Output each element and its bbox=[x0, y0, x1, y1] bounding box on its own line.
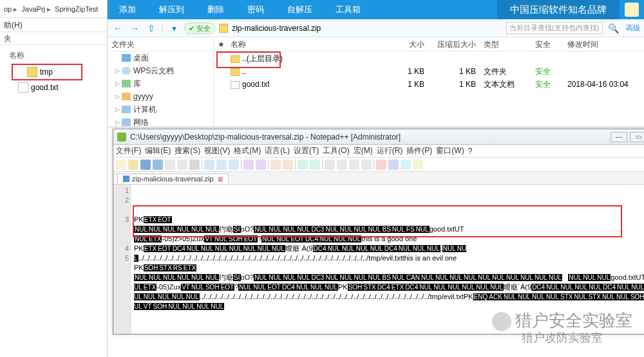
address-path[interactable]: zip-malicious-traversal.zip bbox=[232, 24, 502, 33]
file-item-good[interactable]: good.txt bbox=[0, 80, 107, 95]
col-csize[interactable]: 压缩后大小 bbox=[428, 37, 480, 51]
folder-item-tmp[interactable]: tmp bbox=[13, 65, 81, 79]
col-name[interactable]: 名称 bbox=[227, 37, 383, 51]
col-time[interactable]: 修改时间 bbox=[564, 37, 644, 51]
side-header: 夹 bbox=[0, 32, 107, 45]
cloud-icon bbox=[122, 67, 131, 75]
archive-toolbar: 添加 解压到 删除 密码 自解压 工具箱 中国压缩软件知名品牌 bbox=[108, 0, 644, 19]
search-input[interactable]: 当前目录查找(支持包内查找) bbox=[506, 22, 603, 34]
toolbar-extract[interactable]: 解压到 bbox=[147, 0, 196, 19]
redo-icon[interactable] bbox=[256, 160, 266, 170]
nav-up-icon[interactable]: ⇧ bbox=[145, 23, 158, 34]
tree-computer[interactable]: ▷计算机 bbox=[108, 103, 213, 116]
menu-tools[interactable]: 工具(O) bbox=[323, 145, 349, 156]
titlebar[interactable]: C:\Users\gyyyy\Desktop\zip-malicious-tra… bbox=[113, 129, 644, 145]
window-title: C:\Users\gyyyy\Desktop\zip-malicious-tra… bbox=[130, 133, 401, 142]
copy-icon[interactable] bbox=[216, 160, 227, 170]
new-icon[interactable] bbox=[116, 160, 126, 170]
record-icon[interactable] bbox=[376, 160, 386, 170]
tab-close-icon[interactable]: ⊠ bbox=[218, 176, 223, 183]
notepadpp-window: C:\Users\gyyyy\Desktop\zip-malicious-tra… bbox=[113, 129, 644, 334]
name-column-label: 名称 bbox=[0, 45, 107, 64]
file-icon bbox=[231, 81, 240, 89]
highlight-box: tmp bbox=[12, 64, 82, 80]
tab-label: zip-malicious-traversal.zip bbox=[132, 175, 214, 183]
archive-body: 文件夹 桌面 ▷WPS云文档 ▷库 ▷gyyyy ▷计算机 ▷网络 回收站 ★ … bbox=[108, 37, 644, 127]
advanced-link[interactable]: 高级 bbox=[623, 23, 640, 33]
menu-lang[interactable]: 语言(L) bbox=[265, 145, 290, 156]
playmulti-icon[interactable] bbox=[413, 160, 423, 170]
replace-icon[interactable] bbox=[283, 160, 293, 170]
open-icon[interactable] bbox=[128, 160, 138, 170]
close-icon[interactable] bbox=[165, 160, 175, 170]
toolbar-delete[interactable]: 删除 bbox=[196, 0, 236, 19]
col-star[interactable]: ★ bbox=[214, 37, 227, 51]
find-icon[interactable] bbox=[270, 160, 281, 170]
safety-badge: ✔ 安全 bbox=[184, 23, 215, 34]
tab-file[interactable]: zip-malicious-traversal.zip ⊠ bbox=[117, 174, 229, 184]
crumb-part[interactable]: op bbox=[4, 5, 12, 13]
tree-wps[interactable]: ▷WPS云文档 bbox=[108, 64, 213, 77]
stop-icon[interactable] bbox=[401, 160, 411, 170]
tree-user[interactable]: ▷gyyyy bbox=[108, 90, 213, 103]
menu-plugins[interactable]: 插件(P) bbox=[406, 145, 432, 156]
minimize-button[interactable]: — bbox=[611, 132, 627, 142]
save-icon[interactable] bbox=[140, 160, 151, 170]
toolbar-add[interactable]: 添加 bbox=[108, 0, 147, 19]
cut-icon[interactable] bbox=[204, 160, 214, 170]
app-icon bbox=[117, 133, 126, 142]
menu-edit[interactable]: 编辑(E) bbox=[145, 145, 171, 156]
folder-icon bbox=[231, 68, 240, 76]
menu-macro[interactable]: 宏(M) bbox=[354, 145, 373, 156]
breadcrumb[interactable]: op▸ JavaPrj▸ SpringZipTest bbox=[0, 0, 107, 18]
undo-icon[interactable] bbox=[243, 160, 254, 170]
brand-banner: 中国压缩软件知名品牌 bbox=[497, 0, 620, 19]
nav-back-icon[interactable]: ← bbox=[111, 23, 124, 34]
saveall-icon[interactable] bbox=[153, 160, 163, 170]
menu-file[interactable]: 文件(F) bbox=[116, 145, 141, 156]
menu-help[interactable]: ? bbox=[468, 147, 473, 156]
folder-icon bbox=[27, 67, 37, 77]
search-icon[interactable]: 🔍 bbox=[607, 23, 620, 34]
menu-format[interactable]: 格式(M) bbox=[234, 145, 261, 156]
indent-icon[interactable] bbox=[349, 160, 359, 170]
col-size[interactable]: 大小 bbox=[383, 37, 428, 51]
help-menu[interactable]: 助(H) bbox=[0, 18, 107, 32]
wordwrap-icon[interactable] bbox=[325, 160, 335, 170]
column-headers: ★ 名称 大小 压缩后大小 类型 安全 修改时间 bbox=[214, 37, 644, 51]
menu-settings[interactable]: 设置(T) bbox=[294, 145, 319, 156]
col-type[interactable]: 类型 bbox=[480, 37, 531, 51]
col-safe[interactable]: 安全 bbox=[531, 37, 564, 51]
menu-search[interactable]: 搜索(S) bbox=[175, 145, 200, 156]
list-item-label: good.txt bbox=[31, 80, 59, 95]
closeall-icon[interactable] bbox=[177, 160, 187, 170]
tree-network[interactable]: ▷网络 bbox=[108, 116, 213, 129]
menu-window[interactable]: 窗口(W) bbox=[436, 145, 464, 156]
nav-fwd-icon[interactable]: → bbox=[128, 23, 141, 34]
nav-dropdown-icon[interactable]: ▾ bbox=[167, 23, 180, 34]
tree-lib[interactable]: ▷库 bbox=[108, 77, 213, 90]
toolbar-password[interactable]: 密码 bbox=[236, 0, 276, 19]
showchars-icon[interactable] bbox=[337, 160, 347, 170]
folding-icon[interactable] bbox=[361, 160, 372, 170]
toolbar-toolbox[interactable]: 工具箱 bbox=[324, 0, 372, 19]
maximize-button[interactable]: ▭ bbox=[630, 132, 644, 142]
file-icon bbox=[18, 82, 28, 93]
print-icon[interactable] bbox=[189, 160, 200, 170]
tree-header: 文件夹 bbox=[108, 37, 213, 51]
paste-icon[interactable] bbox=[229, 160, 239, 170]
toolbar-selfextract[interactable]: 自解压 bbox=[276, 0, 324, 19]
zoomin-icon[interactable] bbox=[298, 160, 308, 170]
zoomout-icon[interactable] bbox=[310, 160, 320, 170]
zip-icon bbox=[219, 24, 228, 33]
tree-desktop[interactable]: 桌面 bbox=[108, 51, 213, 64]
menu-run[interactable]: 运行(R) bbox=[377, 145, 403, 156]
play-icon[interactable] bbox=[388, 160, 399, 170]
table-row[interactable]: good.txt 1 KB1 KB 文本文档安全2018-04-16 03:04 bbox=[214, 77, 644, 90]
menu-view[interactable]: 视图(V) bbox=[204, 145, 230, 156]
desktop-icon bbox=[122, 54, 131, 62]
crumb-part[interactable]: JavaPrj bbox=[21, 5, 45, 13]
promo-icon[interactable] bbox=[625, 3, 639, 17]
crumb-part[interactable]: SpringZipTest bbox=[55, 5, 98, 13]
highlight-box bbox=[216, 51, 281, 68]
